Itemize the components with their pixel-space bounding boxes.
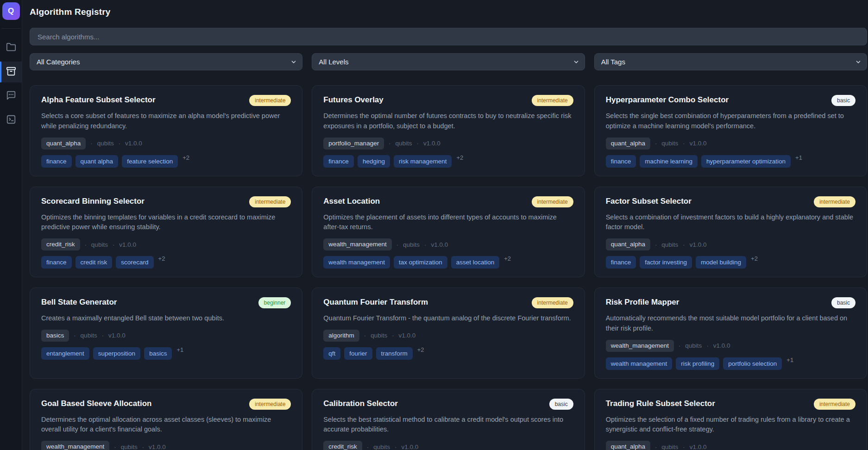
tag-pill[interactable]: wealth management <box>606 357 673 370</box>
algorithm-card[interactable]: Quantum Fourier Transform intermediate Q… <box>312 288 585 379</box>
sidebar-item-terminal[interactable] <box>0 110 22 131</box>
algorithm-meta: wealth_management · qubits · v1.0.0 <box>606 340 855 352</box>
algorithm-meta: quant_alpha · qubits · v1.0.0 <box>606 138 855 150</box>
package-name: qubits <box>685 342 702 349</box>
more-tags-count: +2 <box>456 154 463 161</box>
package-name: qubits <box>91 241 108 248</box>
tag-pill[interactable]: model building <box>696 256 746 269</box>
tag-pill[interactable]: machine learning <box>640 155 698 168</box>
algorithm-card[interactable]: Goal Based Sleeve Allocation intermediat… <box>30 389 302 450</box>
tag-pill[interactable]: superposition <box>93 347 140 360</box>
algorithm-card[interactable]: Alpha Feature Subset Selector intermedia… <box>30 85 302 176</box>
meta-separator: · <box>395 444 396 450</box>
meta-separator: · <box>364 332 366 339</box>
algorithm-card[interactable]: Hyperparameter Combo Selector basic Sele… <box>594 85 867 176</box>
algorithm-card[interactable]: Bell State Generator beginner Creates a … <box>30 288 302 379</box>
version-label: v1.0.0 <box>119 241 136 248</box>
algorithm-card[interactable]: Calibration Selector basic Selects the b… <box>312 389 585 450</box>
tag-pill[interactable]: credit risk <box>75 256 113 269</box>
version-label: v1.0.0 <box>713 342 730 349</box>
card-header: Calibration Selector basic <box>323 398 573 410</box>
tag-list: financehedgingrisk management+2 <box>323 155 573 168</box>
algorithm-meta: quant_alpha · qubits · v1.0.0 <box>606 238 855 250</box>
algorithm-title: Futures Overlay <box>323 94 383 106</box>
algorithm-title: Alpha Feature Subset Selector <box>41 94 156 106</box>
package-name: qubits <box>403 241 420 248</box>
tag-pill[interactable]: qft <box>323 347 340 360</box>
app-logo[interactable]: Q <box>2 2 20 20</box>
algorithm-description: Determines the optimal allocation across… <box>41 415 291 435</box>
algorithm-description: Creates a maximally entangled Bell state… <box>41 313 291 324</box>
more-tags-count: +1 <box>795 154 802 161</box>
algorithm-card[interactable]: Asset Location intermediate Optimizes th… <box>312 187 585 278</box>
algorithm-description: Optimizes the selection of a fixed numbe… <box>606 415 855 435</box>
algorithm-card[interactable]: Factor Subset Selector intermediate Sele… <box>594 187 867 278</box>
meta-separator: · <box>392 332 394 339</box>
meta-separator: · <box>113 241 114 248</box>
tag-pill[interactable]: tax optimization <box>394 256 447 269</box>
version-label: v1.0.0 <box>690 444 707 450</box>
tag-pill[interactable]: scorecard <box>116 256 153 269</box>
tag-list: entanglementsuperpositionbasics+1 <box>41 347 291 360</box>
tag-pill[interactable]: risk profiling <box>676 357 719 370</box>
more-tags-count: +2 <box>182 154 189 161</box>
version-label: v1.0.0 <box>125 140 142 147</box>
search-input[interactable] <box>30 28 867 45</box>
sidebar-item-chat[interactable] <box>0 86 22 106</box>
levels-filter-wrap: All Levels <box>312 53 585 70</box>
meta-separator: · <box>142 444 144 450</box>
algorithm-card[interactable]: Risk Profile Mapper basic Automatically … <box>594 288 867 379</box>
algorithm-description: Optimizes the binning templates for vari… <box>41 212 291 233</box>
chat-icon <box>6 90 16 102</box>
card-header: Alpha Feature Subset Selector intermedia… <box>41 94 291 106</box>
tag-pill[interactable]: finance <box>323 155 354 168</box>
archive-icon <box>6 66 16 78</box>
tag-pill[interactable]: hedging <box>358 155 390 168</box>
tag-pill[interactable]: entanglement <box>41 347 89 360</box>
algorithm-card[interactable]: Trading Rule Subset Selector intermediat… <box>594 389 867 450</box>
tag-pill[interactable]: basics <box>144 347 172 360</box>
tag-pill[interactable]: asset location <box>451 256 500 269</box>
algorithm-meta: credit_risk · qubits · v1.0.0 <box>323 441 573 450</box>
tag-pill[interactable]: finance <box>606 256 636 269</box>
algorithm-card[interactable]: Scorecard Binning Selector intermediate … <box>30 187 302 278</box>
algorithm-card[interactable]: Futures Overlay intermediate Determines … <box>312 85 585 176</box>
category-pill: credit_risk <box>41 238 80 250</box>
version-label: v1.0.0 <box>149 444 166 450</box>
package-name: qubits <box>97 140 114 147</box>
level-badge: intermediate <box>249 95 291 106</box>
categories-filter[interactable]: All Categories <box>30 53 302 70</box>
tag-pill[interactable]: feature selection <box>122 155 178 168</box>
sidebar-item-registry[interactable] <box>0 62 22 82</box>
meta-separator: · <box>85 241 87 248</box>
levels-filter[interactable]: All Levels <box>312 53 585 70</box>
package-name: qubits <box>661 140 678 147</box>
tag-pill[interactable]: finance <box>41 256 72 269</box>
meta-separator: · <box>367 444 369 450</box>
tag-pill[interactable]: transform <box>376 347 413 360</box>
tag-pill[interactable]: finance <box>41 155 72 168</box>
meta-separator: · <box>417 140 419 147</box>
algorithm-description: Optimizes the placement of assets into d… <box>323 212 573 233</box>
sidebar-item-projects[interactable] <box>0 38 22 58</box>
package-name: qubits <box>121 444 138 450</box>
algorithm-meta: quant_alpha · qubits · v1.0.0 <box>41 138 291 150</box>
tag-pill[interactable]: quant alpha <box>75 155 119 168</box>
category-pill: algorithm <box>323 330 359 342</box>
algorithm-title: Hyperparameter Combo Selector <box>606 94 729 106</box>
algorithm-description: Selects the best statistical method to c… <box>323 415 573 435</box>
category-pill: wealth_management <box>41 441 109 450</box>
tag-pill[interactable]: finance <box>606 155 636 168</box>
tag-pill[interactable]: risk management <box>394 155 452 168</box>
tag-pill[interactable]: portfolio selection <box>723 357 782 370</box>
algorithm-title: Goal Based Sleeve Allocation <box>41 398 151 409</box>
meta-separator: · <box>683 444 685 450</box>
sidebar-divider <box>1 28 21 29</box>
tag-pill[interactable]: factor investing <box>640 256 692 269</box>
tags-filter[interactable]: All Tags <box>594 53 867 70</box>
tag-pill[interactable]: fourier <box>344 347 372 360</box>
folder-icon <box>6 42 16 54</box>
tag-pill[interactable]: wealth management <box>323 256 390 269</box>
tag-pill[interactable]: hyperparameter optimization <box>701 155 791 168</box>
card-header: Goal Based Sleeve Allocation intermediat… <box>41 398 291 410</box>
